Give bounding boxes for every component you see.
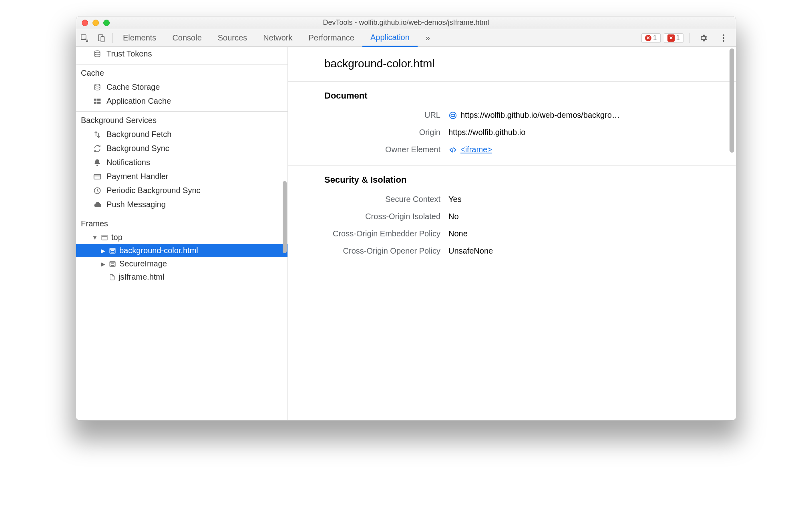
sidebar-item-push-messaging[interactable]: Push Messaging — [76, 198, 287, 212]
frame-jsiframe[interactable]: jsIframe.html — [76, 270, 287, 284]
sidebar-item-application-cache[interactable]: Application Cache — [76, 94, 287, 108]
sidebar-item-notifications[interactable]: Notifications — [76, 155, 287, 169]
row-coop: Cross-Origin Opener Policy UnsafeNone — [288, 242, 736, 260]
bell-icon — [93, 158, 102, 167]
titlebar: DevTools - wolfib.github.io/web-demos/js… — [76, 16, 736, 29]
svg-rect-14 — [102, 235, 107, 240]
svg-point-5 — [723, 40, 724, 41]
panel-body: Trust Tokens Cache Cache Storage Applica… — [76, 47, 736, 420]
url-value: https://wolfib.github.io/web-demos/backg… — [460, 111, 620, 120]
toolbar: Elements Console Sources Network Perform… — [76, 29, 736, 47]
issue-icon: ✕ — [667, 34, 675, 42]
owner-element-link[interactable]: <iframe> — [460, 145, 492, 154]
devtools-window: DevTools - wolfib.github.io/web-demos/js… — [76, 16, 736, 421]
url-label: URL — [288, 111, 448, 120]
document-heading: Document — [288, 91, 736, 107]
frame-secure-image[interactable]: ▶ SecureImage — [76, 257, 287, 270]
iframe-icon — [109, 247, 116, 254]
svg-point-3 — [723, 34, 724, 36]
frame-details-panel[interactable]: background-color.html Document URL https… — [288, 47, 736, 420]
spacer — [100, 274, 106, 280]
cache-heading: Cache — [76, 64, 287, 80]
clock-icon — [93, 186, 102, 195]
sidebar-item-trust-tokens[interactable]: Trust Tokens — [76, 47, 287, 61]
tab-sources[interactable]: Sources — [210, 29, 255, 46]
sidebar-item-background-sync[interactable]: Background Sync — [76, 141, 287, 155]
row-url: URL https://wolfib.github.io/web-demos/b… — [288, 107, 736, 124]
window-title: DevTools - wolfib.github.io/web-demos/js… — [76, 18, 736, 27]
chevron-right-icon[interactable]: ▶ — [100, 261, 106, 267]
transfer-icon — [93, 130, 102, 139]
file-icon — [109, 274, 115, 281]
row-cross-origin-isolated: Cross-Origin Isolated No — [288, 208, 736, 225]
page-title: background-color.html — [288, 47, 736, 81]
sidebar-item-cache-storage[interactable]: Cache Storage — [76, 80, 287, 94]
row-origin: Origin https://wolfib.github.io — [288, 124, 736, 141]
frame-background-color[interactable]: ▶ background-color.html — [76, 244, 287, 257]
svg-point-19 — [450, 112, 456, 119]
cloud-icon — [93, 200, 102, 209]
row-coep: Cross-Origin Embedder Policy None — [288, 225, 736, 242]
error-icon: ✕ — [645, 35, 651, 41]
card-icon — [93, 172, 102, 181]
svg-point-7 — [94, 84, 100, 86]
tab-network[interactable]: Network — [255, 29, 300, 46]
separator — [689, 33, 689, 43]
bg-services-heading: Background Services — [76, 112, 287, 127]
security-heading: Security & Isolation — [288, 175, 736, 191]
iframe-icon — [109, 260, 116, 268]
row-owner-element: Owner Element <iframe> — [288, 141, 736, 158]
sidebar-item-periodic-sync[interactable]: Periodic Background Sync — [76, 183, 287, 198]
database-icon — [93, 50, 102, 58]
chevron-right-icon[interactable]: ▶ — [100, 248, 106, 254]
trust-tokens-label: Trust Tokens — [107, 49, 152, 58]
frame-top[interactable]: ▼ top — [76, 231, 287, 244]
panel-tabs: Elements Console Sources Network Perform… — [115, 29, 438, 46]
console-errors-badge[interactable]: ✕ 1 — [641, 33, 660, 43]
settings-icon[interactable] — [697, 32, 709, 44]
tab-performance[interactable]: Performance — [301, 29, 363, 46]
svg-rect-10 — [94, 101, 96, 103]
inspect-element-icon[interactable] — [448, 111, 457, 120]
svg-rect-18 — [111, 264, 114, 266]
application-sidebar[interactable]: Trust Tokens Cache Cache Storage Applica… — [76, 47, 288, 420]
issue-count: 1 — [676, 34, 680, 42]
owner-label: Owner Element — [288, 145, 448, 154]
svg-rect-2 — [101, 36, 104, 42]
svg-rect-11 — [96, 101, 100, 103]
svg-rect-16 — [111, 250, 114, 252]
sidebar-scrollbar[interactable] — [283, 181, 287, 253]
separator — [112, 33, 113, 43]
svg-point-6 — [94, 50, 100, 52]
issues-badge[interactable]: ✕ 1 — [664, 33, 683, 43]
svg-rect-8 — [94, 99, 96, 101]
sidebar-item-payment-handler[interactable]: Payment Handler — [76, 169, 287, 183]
grid-icon — [93, 97, 102, 106]
tabs-overflow-icon[interactable]: » — [418, 29, 438, 46]
element-icon[interactable] — [448, 145, 457, 154]
sync-icon — [93, 144, 102, 153]
sidebar-item-background-fetch[interactable]: Background Fetch — [76, 127, 287, 141]
device-toggle-icon[interactable] — [95, 32, 107, 44]
main-scrollbar[interactable] — [730, 48, 734, 153]
inspect-icon[interactable] — [78, 32, 90, 44]
svg-rect-12 — [94, 174, 101, 179]
database-icon — [93, 83, 102, 92]
tab-elements[interactable]: Elements — [115, 29, 164, 46]
divider — [288, 267, 736, 267]
svg-point-4 — [723, 37, 724, 38]
window-icon — [101, 234, 108, 241]
origin-label: Origin — [288, 128, 448, 137]
frames-heading: Frames — [76, 215, 287, 231]
tab-application[interactable]: Application — [362, 29, 418, 47]
more-icon[interactable] — [718, 32, 730, 44]
error-count: 1 — [653, 34, 657, 42]
svg-rect-9 — [96, 99, 100, 101]
tab-console[interactable]: Console — [164, 29, 209, 46]
origin-value: https://wolfib.github.io — [448, 128, 525, 137]
svg-rect-20 — [451, 114, 454, 117]
row-secure-context: Secure Context Yes — [288, 191, 736, 208]
chevron-down-icon[interactable]: ▼ — [92, 234, 98, 241]
